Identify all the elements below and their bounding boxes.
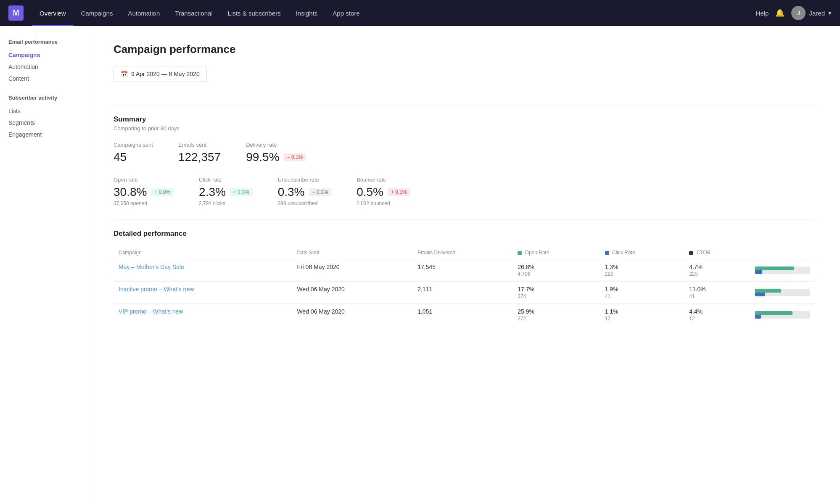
delivery-badge: − 0.1% [284,153,306,161]
nav-item-insights[interactable]: Insights [288,0,325,26]
cell-date-sent: Wed 06 May 2020 [292,282,412,304]
chevron-down-icon: ▾ [828,9,832,17]
logo[interactable]: M [8,5,24,21]
stat-bounce-rate: Bounce rate 0.5% + 0.1% 2,032 bounced [357,177,410,206]
sidebar-item-engagement[interactable]: Engagement [8,129,79,140]
stat-value: 45 [114,150,153,164]
click-rate-indicator [605,251,609,255]
sidebar-item-automation[interactable]: Automation [8,61,79,73]
cell-campaign: Inactive promo – What's new [114,282,292,304]
stat-delivery-rate: Delivery rate 99.5% − 0.1% [246,142,306,164]
cell-open-rate: 26.8% 4,706 [512,259,600,282]
stat-sub: 2,032 bounced [357,201,410,206]
stat-value: 0.5% + 0.1% [357,185,410,199]
stat-sub: 398 unsubscribed [278,201,332,206]
bar-click [755,270,762,274]
cell-emails-delivered: 1,051 [412,304,512,326]
sidebar-item-campaigns[interactable]: Campaigns [8,49,79,61]
nav-item-lists-subscribers[interactable]: Lists & subscribers [220,0,288,26]
stat-label: Click rate [199,177,253,183]
cell-ctor: 11.0% 41 [684,282,750,304]
calendar-icon: 📅 [121,71,128,77]
stat-click-rate: Click rate 2.3% + 0.3% 2,794 clicks [199,177,253,206]
col-open-rate: Open Rate [512,246,600,259]
stat-unsubscribe-rate: Unsubscribe rate 0.3% − 0.0% 398 unsubsc… [278,177,332,206]
sidebar-section-subscriber-activity: Subscriber activity [8,95,79,101]
stats-row-1: Campaigns sent 45 Emails sent 122,357 De… [114,142,815,164]
cell-bar [750,259,815,282]
stat-label: Emails sent [178,142,221,148]
date-range-button[interactable]: 📅 9 Apr 2020 — 8 May 2020 [114,66,207,82]
bounce-rate-badge: + 0.1% [388,188,410,196]
stat-campaigns-sent: Campaigns sent 45 [114,142,153,164]
help-link[interactable]: Help [756,10,769,17]
cell-click-rate: 1.1% 12 [600,304,684,326]
col-bar [750,246,815,259]
cell-emails-delivered: 17,545 [412,259,512,282]
user-name: Jared [809,10,825,17]
sidebar-item-segments[interactable]: Segments [8,117,79,129]
cell-click-rate: 1.3% 220 [600,259,684,282]
summary-section: Summary Comparing to prior 30 days Campa… [114,115,815,206]
sidebar-item-lists[interactable]: Lists [8,105,79,117]
user-menu[interactable]: J Jared ▾ [791,6,832,20]
nav-item-overview[interactable]: Overview [32,0,74,26]
bell-icon[interactable]: 🔔 [775,8,785,18]
stat-sub: 2,794 clicks [199,201,253,206]
bar-click [755,315,761,319]
cell-bar [750,282,815,304]
ctor-indicator [689,251,693,255]
cell-campaign: May – Mother's Day Sale [114,259,292,282]
open-rate-indicator [518,251,522,255]
detailed-title: Detailed performance [114,230,815,238]
campaign-link[interactable]: May – Mother's Day Sale [119,264,184,270]
cell-ctor: 4.7% 220 [684,259,750,282]
nav-item-automation[interactable]: Automation [120,0,167,26]
col-date-sent: Date Sent [292,246,412,259]
stat-label: Unsubscribe rate [278,177,332,183]
top-navigation: M Overview Campaigns Automation Transact… [0,0,840,26]
campaign-link[interactable]: Inactive promo – What's new [119,286,194,293]
stat-value: 2.3% + 0.3% [199,185,253,199]
stat-value: 99.5% − 0.1% [246,150,306,164]
col-campaign: Campaign [114,246,292,259]
cell-open-rate: 17.7% 374 [512,282,600,304]
stat-label: Open rate [114,177,174,183]
stat-value: 30.8% + 0.9% [114,185,174,199]
unsubscribe-rate-badge: − 0.0% [309,188,331,196]
col-ctor: CTOR [684,246,750,259]
stat-label: Bounce rate [357,177,410,183]
cell-ctor: 4.4% 12 [684,304,750,326]
summary-subtitle: Comparing to prior 30 days [114,125,815,132]
main-layout: Email performance Campaigns Automation C… [0,26,840,504]
cell-bar [750,304,815,326]
sidebar-item-content[interactable]: Content [8,73,79,84]
cell-date-sent: Fri 08 May 2020 [292,259,412,282]
bar-open [755,311,792,315]
stat-open-rate: Open rate 30.8% + 0.9% 37,050 opened [114,177,174,206]
stat-label: Delivery rate [246,142,306,148]
table-header-row: Campaign Date Sent Emails Delivered Open… [114,246,815,259]
stat-label: Campaigns sent [114,142,153,148]
stat-value: 0.3% − 0.0% [278,185,332,199]
table-row: Inactive promo – What's new Wed 06 May 2… [114,282,815,304]
cell-campaign: VIP promo – What's new [114,304,292,326]
avatar: J [791,6,806,20]
stat-sub: 37,050 opened [114,201,174,206]
nav-item-app-store[interactable]: App store [325,0,367,26]
divider-1 [114,105,815,105]
click-rate-badge: + 0.3% [230,188,253,196]
sidebar-section-email-performance: Email performance [8,39,79,45]
divider-2 [114,219,815,219]
bar-chart [755,265,810,276]
nav-item-campaigns[interactable]: Campaigns [74,0,121,26]
table-row: May – Mother's Day Sale Fri 08 May 2020 … [114,259,815,282]
bar-open [755,267,794,270]
sidebar: Email performance Campaigns Automation C… [0,26,88,504]
nav-items: Overview Campaigns Automation Transactio… [32,0,756,26]
campaign-link[interactable]: VIP promo – What's new [119,308,183,315]
nav-item-transactional[interactable]: Transactional [167,0,220,26]
col-emails-delivered: Emails Delivered [412,246,512,259]
bar-chart [755,287,810,298]
summary-title: Summary [114,115,815,124]
